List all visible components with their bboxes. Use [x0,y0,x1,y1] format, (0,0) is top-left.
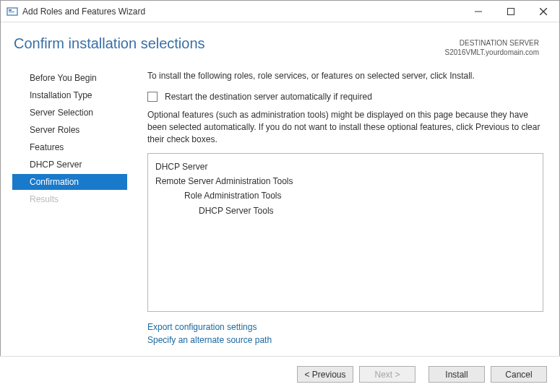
minimize-button[interactable] [462,1,494,22]
main-content: To install the following roles, role ser… [127,64,559,347]
sidebar-item-confirmation[interactable]: Confirmation [12,174,127,190]
window-title: Add Roles and Features Wizard [22,6,462,17]
sidebar-item-installation-type[interactable]: Installation Type [22,87,127,103]
intro-text: To install the following roles, role ser… [147,64,543,82]
selection-item: Remote Server Administration Tools [155,174,535,188]
header: Confirm installation selections DESTINAT… [1,22,559,64]
maximize-button[interactable] [494,1,527,22]
restart-checkbox-row[interactable]: Restart the destination server automatic… [147,92,543,102]
optional-note: Optional features (such as administratio… [147,109,543,145]
selection-item: DHCP Server [155,160,535,174]
cancel-button[interactable]: Cancel [491,366,547,383]
window-controls [462,1,559,22]
sidebar-item-server-roles[interactable]: Server Roles [22,122,127,138]
export-config-link[interactable]: Export configuration settings [147,321,543,334]
restart-checkbox[interactable] [147,92,158,102]
destination-label: DESTINATION SERVER [445,38,539,48]
svg-rect-4 [507,8,514,14]
wizard-steps-sidebar: Before You Begin Installation Type Serve… [1,64,127,347]
body: Before You Begin Installation Type Serve… [1,64,559,347]
previous-button[interactable]: < Previous [297,366,353,383]
page-title: Confirm installation selections [14,35,205,52]
sidebar-item-server-selection[interactable]: Server Selection [22,105,127,121]
links-block: Export configuration settings Specify an… [147,321,543,347]
destination-block: DESTINATION SERVER S2016VMLT.yourdomain.… [445,35,539,57]
destination-server: S2016VMLT.yourdomain.com [445,48,539,57]
titlebar: Add Roles and Features Wizard [1,1,559,22]
restart-checkbox-label: Restart the destination server automatic… [165,92,372,102]
install-button[interactable]: Install [428,366,485,383]
sidebar-item-dhcp-server[interactable]: DHCP Server [22,157,127,173]
svg-rect-1 [9,9,12,11]
alternate-source-link[interactable]: Specify an alternate source path [147,334,543,347]
selection-item: DHCP Server Tools [155,204,535,218]
svg-rect-2 [9,12,14,12]
selection-item: Role Administration Tools [155,188,535,203]
footer-buttons: < Previous Next > Install Cancel [0,356,560,392]
close-button[interactable] [527,1,559,22]
sidebar-item-before-you-begin[interactable]: Before You Begin [22,70,127,86]
sidebar-item-features[interactable]: Features [22,139,127,155]
selections-list: DHCP Server Remote Server Administration… [147,153,543,312]
next-button: Next > [359,366,415,383]
sidebar-item-results: Results [22,191,127,207]
app-icon [7,6,18,17]
